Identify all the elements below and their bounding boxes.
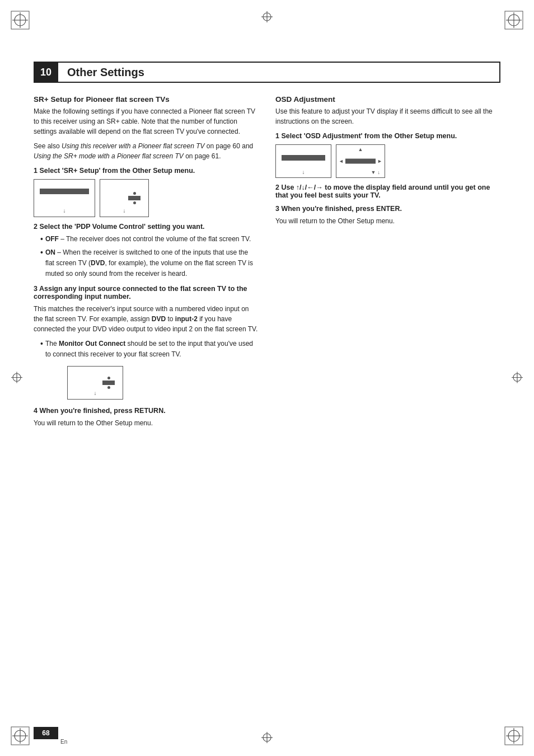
step1-screen-mockup: ↓ ↓ <box>34 179 259 217</box>
see-also-text: See also Using this receiver with a Pion… <box>34 141 259 161</box>
monitor-text: The Monitor Out Connect should be set to… <box>45 339 259 360</box>
chapter-number: 10 <box>34 62 58 83</box>
right-step3-text: You will return to the Other Setup menu. <box>275 216 500 226</box>
step3-dvd: DVD <box>152 315 166 323</box>
monitor-bullet-list: • The Monitor Out Connect should be set … <box>40 339 259 360</box>
step3-dot-top <box>107 377 110 379</box>
right-intro-text: Use this feature to adjust your TV displ… <box>275 106 500 126</box>
arrow-down-right: ↓ <box>123 208 126 214</box>
dot-top <box>133 192 136 195</box>
osd-screen-wrapper: ↓ ▲ ◄ ► ▼ ↓ <box>275 144 500 178</box>
see-also-prefix: See also <box>34 142 62 150</box>
right-panel-dots <box>128 192 140 204</box>
dot-bottom <box>133 201 136 204</box>
monitor-bullet-item: • The Monitor Out Connect should be set … <box>40 339 259 360</box>
screen-panel-left: ↓ <box>34 179 95 217</box>
corner-mark-bl <box>10 726 30 746</box>
step3-arrow-down: ↓ <box>94 390 97 396</box>
monitor-bullet-dot: • <box>40 339 43 360</box>
osd-mid-bar <box>345 159 376 164</box>
step3-input2: input-2 <box>175 315 198 323</box>
osd-arrow-up: ▲ <box>358 147 363 152</box>
header-bar: 10 Other Settings <box>34 62 500 83</box>
bullet-list: • OFF – The receiver does not control th… <box>40 234 259 279</box>
see-also-mid: on page 60 and <box>205 142 254 150</box>
bullet-on-bold: ON <box>45 248 55 256</box>
osd-arrow-right: ► <box>377 158 382 164</box>
osd-small-dot: ↓ <box>378 170 381 175</box>
right-step2-label: 2 Use ↑/↓/←/→ to move the display field … <box>275 184 500 199</box>
left-column: SR+ Setup for Pioneer flat screen TVs Ma… <box>34 95 259 711</box>
step3-screen-wrapper: ↓ <box>67 366 259 401</box>
screen-panel-right: ↓ <box>100 179 149 217</box>
bullet-dot-off: • <box>40 234 43 245</box>
bullet-dot-on: • <box>40 247 43 280</box>
page-number: 68 <box>42 729 49 737</box>
bullet-on-dvd: DVD <box>91 259 105 267</box>
right-step1-label: 1 Select 'OSD Adjustment' from the Other… <box>275 132 500 140</box>
osd-panel-right: ▲ ◄ ► ▼ ↓ <box>336 144 385 178</box>
osd-panel-left: ↓ <box>275 144 331 178</box>
bullet-off: • OFF – The receiver does not control th… <box>40 234 259 245</box>
mid-mark-top <box>260 10 274 25</box>
bullet-on: • ON – When the receiver is switched to … <box>40 247 259 280</box>
bullet-on-text: ON – When the receiver is switched to on… <box>45 247 259 280</box>
corner-mark-tl <box>10 10 30 30</box>
left-section-heading: SR+ Setup for Pioneer flat screen TVs <box>34 95 259 104</box>
monitor-bold: Monitor Out Connect <box>59 340 125 348</box>
osd-arrow-down-left: ↓ <box>302 169 305 175</box>
osd-arrow-down-right: ▼ <box>371 170 376 175</box>
page-number-box: 68 <box>34 727 58 739</box>
osd-bar-left <box>282 155 325 161</box>
step3-screen-dots <box>102 377 115 389</box>
right-step3-label: 3 When you're finished, press ENTER. <box>275 205 500 213</box>
monitor-prefix: The <box>45 340 59 348</box>
step3-dot-bottom <box>107 386 110 389</box>
right-column: OSD Adjustment Use this feature to adjus… <box>275 95 500 711</box>
mid-mark-right <box>510 370 524 386</box>
chapter-title: Other Settings <box>67 66 144 79</box>
bullet-off-rest: – The receiver does not control the volu… <box>59 235 251 243</box>
osd-arrow-left: ◄ <box>339 158 344 164</box>
see-also-end: on page 61. <box>184 152 221 160</box>
mid-mark-left <box>10 370 24 386</box>
bullet-off-text: OFF – The receiver does not control the … <box>45 234 251 245</box>
step3-bar-mid <box>102 381 115 385</box>
osd-bottom-right: ▼ ↓ <box>371 170 380 175</box>
bullet-off-bold: OFF <box>45 235 59 243</box>
step3-text: This matches the receiver's input source… <box>34 304 259 334</box>
arrow-down-left: ↓ <box>63 208 66 214</box>
mid-mark-bottom <box>260 731 274 746</box>
chapter-title-box: Other Settings <box>58 62 500 83</box>
content-area: SR+ Setup for Pioneer flat screen TVs Ma… <box>34 95 500 711</box>
step1-label: 1 Select 'SR+ Setup' from the Other Setu… <box>34 167 259 175</box>
page-lang: En <box>60 739 67 745</box>
step2-label: 2 Select the 'PDP Volume Control' settin… <box>34 223 259 231</box>
see-also-italic2: Using the SR+ mode with a Pioneer flat s… <box>34 152 184 160</box>
step3-mid: to <box>166 315 175 323</box>
corner-mark-tr <box>504 10 524 30</box>
step3-label: 3 Assign any input source connected to t… <box>34 285 259 300</box>
screen-bar-left <box>40 189 89 194</box>
bar-mid <box>128 196 140 200</box>
right-section-heading: OSD Adjustment <box>275 95 500 104</box>
intro-text: Make the following settings if you have … <box>34 106 259 137</box>
step4-label: 4 When you're finished, press RETURN. <box>34 407 259 415</box>
step3-screen: ↓ <box>67 366 123 400</box>
see-also-italic1: Using this receiver with a Pioneer flat … <box>62 142 204 150</box>
corner-mark-br <box>504 726 524 746</box>
step4-text: You will return to the Other Setup menu. <box>34 418 259 428</box>
